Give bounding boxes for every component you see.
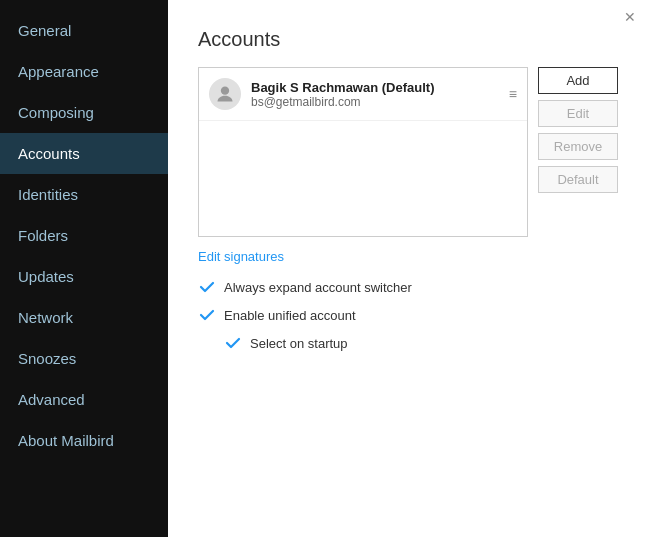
sidebar-item-identities[interactable]: Identities [0, 174, 168, 215]
sidebar-item-general[interactable]: General [0, 10, 168, 51]
page-title: Accounts [198, 28, 618, 51]
sidebar-item-advanced[interactable]: Advanced [0, 379, 168, 420]
account-avatar [209, 78, 241, 110]
check-icon-startup [224, 334, 242, 352]
checkboxes-section: Always expand account switcher Enable un… [198, 278, 618, 352]
accounts-area: Bagik S Rachmawan (Default) bs@getmailbi… [198, 67, 618, 237]
account-menu-icon[interactable]: ≡ [509, 86, 517, 102]
checkbox-label-expand: Always expand account switcher [224, 280, 412, 295]
sidebar-item-updates[interactable]: Updates [0, 256, 168, 297]
accounts-buttons: Add Edit Remove Default [538, 67, 618, 237]
sidebar-item-network[interactable]: Network [0, 297, 168, 338]
checkbox-expand[interactable]: Always expand account switcher [198, 278, 618, 296]
sidebar-item-composing[interactable]: Composing [0, 92, 168, 133]
sidebar-item-appearance[interactable]: Appearance [0, 51, 168, 92]
account-name: Bagik S Rachmawan (Default) [251, 80, 509, 95]
sidebar-item-snoozes[interactable]: Snoozes [0, 338, 168, 379]
account-info: Bagik S Rachmawan (Default) bs@getmailbi… [251, 80, 509, 109]
default-button[interactable]: Default [538, 166, 618, 193]
close-button[interactable]: ✕ [624, 10, 636, 24]
remove-button[interactable]: Remove [538, 133, 618, 160]
checkbox-label-startup: Select on startup [250, 336, 348, 351]
checkbox-startup[interactable]: Select on startup [224, 334, 618, 352]
sidebar-item-accounts[interactable]: Accounts [0, 133, 168, 174]
accounts-list: Bagik S Rachmawan (Default) bs@getmailbi… [198, 67, 528, 237]
add-button[interactable]: Add [538, 67, 618, 94]
svg-point-0 [221, 87, 229, 95]
check-icon-unified [198, 306, 216, 324]
checkbox-label-unified: Enable unified account [224, 308, 356, 323]
checkbox-unified[interactable]: Enable unified account [198, 306, 618, 324]
edit-signatures-link[interactable]: Edit signatures [198, 249, 284, 264]
sidebar: GeneralAppearanceComposingAccountsIdenti… [0, 0, 168, 537]
check-icon-expand [198, 278, 216, 296]
account-row[interactable]: Bagik S Rachmawan (Default) bs@getmailbi… [199, 68, 527, 121]
edit-button[interactable]: Edit [538, 100, 618, 127]
main-content: ✕ Accounts Bagik S Rachmawan (Default) b… [168, 0, 648, 537]
sidebar-item-about[interactable]: About Mailbird [0, 420, 168, 461]
sidebar-item-folders[interactable]: Folders [0, 215, 168, 256]
account-email: bs@getmailbird.com [251, 95, 509, 109]
